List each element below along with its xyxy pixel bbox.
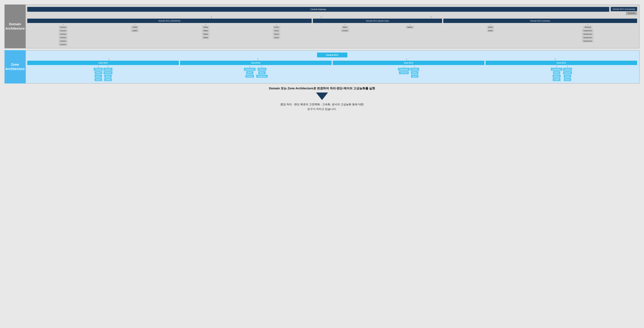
camera-node-2: Camera: [58, 29, 68, 32]
z2-motor: Motor: [246, 71, 253, 74]
z1-sonar1: Sonar: [94, 75, 102, 78]
radar-node-2: Radar: [202, 29, 210, 32]
lidar-node-1: LiDAR: [131, 26, 139, 29]
sonar-node-2: Sonar: [273, 29, 280, 32]
domain-ecu-connected-node: Domain ECU (connected): [611, 7, 637, 11]
z4-suspension: Suspension: [551, 68, 562, 71]
brake-node-1: Brake: [487, 26, 494, 29]
domain-ecu-powertrain-node: Domain ECU (power train): [313, 19, 442, 23]
inverter-node: Inverter: [341, 29, 349, 32]
sub-text-line2: 요구가 커지고 있습니다.: [4, 107, 640, 111]
z1-radar: Radar: [94, 71, 102, 74]
battery-node: Battery: [406, 26, 414, 29]
brake-node-2: Brake: [487, 29, 494, 32]
z2-inverter: Inverter: [246, 75, 254, 78]
z2-camera: Camera: [258, 68, 266, 71]
sub-text-line1: 중앙 처리 · 판단 회로의 고전력화 · 고속화, 센서의 고성능화 등에 대…: [4, 102, 640, 107]
z3-tcuv2x: TCU/V2X: [399, 71, 409, 74]
z4-brake: Brake: [553, 71, 560, 74]
sonar-node-3: Sonar: [273, 33, 280, 36]
z1-lidar: LiDAR: [104, 78, 112, 81]
zone-diagram-box: Central ECU Zone ECU Steering: [26, 50, 640, 83]
suspension-node-3: Suspension: [582, 36, 594, 39]
radar-node-1: Radar: [202, 26, 210, 29]
zone-ecu-1-header: Zone ECU: [27, 61, 179, 65]
zone-ecu-3-header: Zone ECU: [333, 61, 484, 65]
z4-battery: Battery: [552, 75, 561, 78]
z4-radar: Radar: [564, 75, 571, 78]
z1-sonar2: Sonar: [94, 78, 102, 81]
suspension-node-1: Suspension: [582, 29, 594, 32]
camera-node-4: Camera: [58, 36, 68, 39]
steering-node: Steering: [583, 26, 592, 29]
radar-node-3: Radar: [202, 33, 210, 36]
z3-camera: Camera: [410, 68, 419, 71]
z3-suspension: Suspension: [398, 68, 410, 71]
zone-ecu-2: Zone ECU Suspension Motor Inverter Camer…: [180, 61, 332, 78]
zone-ecu-3: Zone ECU Suspension TCU/V2X Camera Radar…: [333, 61, 484, 78]
z1-camera2: Camera: [104, 71, 112, 74]
camera-node-3: Camera: [58, 33, 68, 36]
z3-sonar: Sonar: [411, 75, 418, 78]
camera-node-1: Camera: [58, 26, 68, 29]
sub-bottom-text: 중앙 처리 · 판단 회로의 고전력화 · 고속화, 센서의 고성능화 등에 대…: [4, 102, 640, 111]
domain-ecu-adas-node: Domain ECU (AD/ADAS): [27, 19, 312, 23]
camera-node-5: Camera: [58, 40, 68, 43]
bottom-text-section: Domain 또는 Zone Architecture로 변경하여 처리·판단·…: [4, 86, 640, 111]
z2-suspension: Suspension: [244, 68, 256, 71]
suspension-node-2: Suspension: [582, 33, 594, 36]
domain-section: Domain Architecture Central Gateway Doma…: [4, 5, 640, 48]
sonar-node-4: Sonar: [273, 36, 280, 39]
radar-node-4: Radar: [202, 36, 210, 39]
lidar-node-2: LiDAR: [131, 29, 139, 32]
main-container: Domain Architecture Central Gateway Doma…: [3, 3, 641, 113]
sonar-node-1: Sonar: [273, 26, 280, 29]
suspension-node-4: Suspension: [582, 40, 594, 43]
z2-suspension2: Suspension: [256, 75, 268, 78]
z1-camera1: Camera: [104, 68, 112, 71]
domain-ecu-chassis-node: Domain ECU (chassis): [443, 19, 637, 23]
motor-node: Motor: [342, 26, 349, 29]
camera-node-6: Camera: [58, 43, 68, 46]
domain-label: Domain Architecture: [4, 5, 26, 48]
zone-section: Zone Architecture Central ECU Zone ECU: [4, 50, 640, 83]
central-ecu-node: Central ECU: [317, 53, 347, 57]
zone-ecu-2-header: Zone ECU: [180, 61, 332, 65]
zone-label: Zone Architecture: [4, 50, 26, 83]
z4-lidar: LiDAR: [553, 78, 560, 81]
z3-radar: Radar: [411, 71, 418, 74]
z1-radar2: Radar: [104, 75, 112, 78]
domain-diagram-box: Central Gateway Domain ECU (connected) T…: [26, 5, 640, 48]
z4-camera1: Camera: [563, 68, 572, 71]
zone-ecu-1: Zone ECU Steering Radar Sonar Sonar Came…: [27, 61, 179, 81]
z1-steering: Steering: [94, 68, 103, 71]
tcu-v2x-node: TCU/V2X: [626, 12, 637, 15]
main-bottom-text: Domain 또는 Zone Architecture로 변경하여 처리·판단·…: [4, 86, 640, 90]
z2-brake: Brake: [258, 71, 266, 74]
zone-ecu-4: Zone ECU Suspension Brake Battery LiDAR …: [486, 61, 637, 81]
arrow-down-icon: [316, 92, 328, 100]
zone-ecu-4-header: Zone ECU: [486, 61, 637, 65]
z4-sonar: Sonar: [564, 78, 571, 81]
central-gateway-node: Central Gateway: [27, 7, 609, 12]
z4-camera2: Camera: [563, 71, 572, 74]
